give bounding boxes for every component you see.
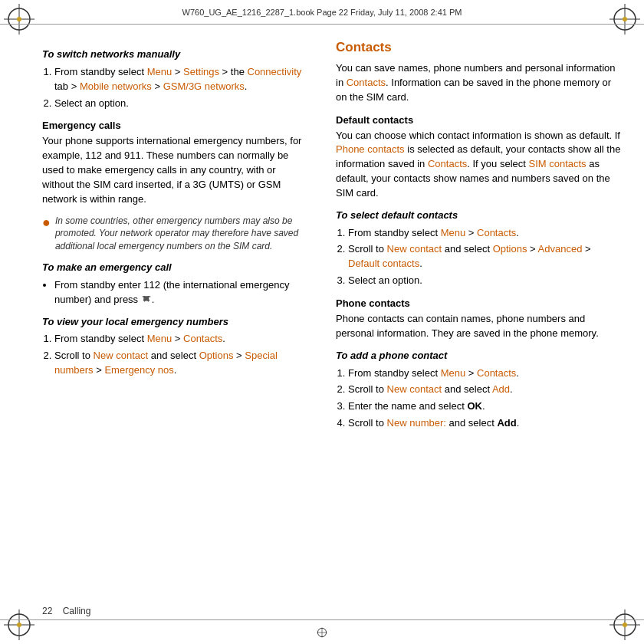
bottom-bar [0,619,644,644]
select-default-contacts-section: To select default contacts From standby … [336,209,625,288]
default-contacts-link: Default contacts [348,258,419,269]
default-contacts-body: You can choose which contact information… [336,129,625,201]
contacts-link-2: Contacts [347,77,386,88]
add-phone-contact-section: To add a phone contact From standby sele… [336,349,625,431]
contacts-link-1: Contacts [183,333,222,344]
select-default-title: To select default contacts [336,209,625,223]
emergency-call-item: From standby enter 112 (the internationa… [54,278,308,307]
main-content: To switch networks manually From standby… [0,25,644,619]
view-local-emergency-section: To view your local emergency numbers Fro… [42,315,308,378]
make-emergency-call-title: To make an emergency call [42,261,308,275]
note-block: ● In some countries, other emergency num… [42,215,308,253]
select-default-step-3: Select an option. [348,274,625,288]
top-bar-text: W760_UG_AE_1216_2287_1.book Page 22 Frid… [38,8,606,17]
switch-networks-steps: From standby select Menu > Settings > th… [54,65,308,111]
new-contact-link-3: New contact [387,383,442,395]
note-icon: ● [42,215,51,232]
view-local-step-1: From standby select Menu > Contacts. [54,332,308,347]
emergency-calls-body: Your phone supports international emerge… [42,134,308,206]
connectivity-link: Connectivity [248,66,302,77]
emergency-calls-section: Emergency calls Your phone supports inte… [42,120,308,206]
options-link-2: Options [493,243,527,255]
call-icon [141,294,152,301]
switch-networks-section: To switch networks manually From standby… [42,48,308,110]
sim-contacts-link: SIM contacts [528,158,586,169]
switch-networks-title: To switch networks manually [42,48,308,62]
menu-link-2: Menu [147,333,172,344]
default-contacts-title: Default contacts [336,114,625,126]
menu-link-4: Menu [441,367,466,379]
make-emergency-call-section: To make an emergency call From standby e… [42,261,308,307]
options-link-1: Options [199,350,234,361]
note-text: In some countries, other emergency numbe… [55,215,308,253]
emergency-calls-title: Emergency calls [42,120,308,131]
gsm-link: GSM/3G networks [163,80,245,92]
phone-contacts-link-1: Phone contacts [336,143,405,155]
add-link-1: Add [492,383,510,395]
new-contact-link-1: New contact [94,350,149,361]
phone-contacts-title: Phone contacts [336,297,625,309]
select-default-step-1: From standby select Menu > Contacts. [348,226,625,241]
menu-link-1: Menu [147,66,172,77]
emergency-nos-link: Emergency nos [104,364,173,376]
contacts-link-3: Contacts [428,158,467,169]
contacts-title: Contacts [336,40,625,55]
new-contact-link-2: New contact [387,243,442,255]
left-column: To switch networks manually From standby… [0,25,322,619]
advanced-link: Advanced [538,243,583,255]
mobile-networks-link: Mobile networks [80,80,152,92]
select-default-steps: From standby select Menu > Contacts. Scr… [348,226,625,288]
settings-link: Settings [183,66,219,77]
emergency-call-list: From standby enter 112 (the internationa… [54,278,308,307]
select-default-step-2: Scroll to New contact and select Options… [348,242,625,271]
contacts-intro: You can save names, phone numbers and pe… [336,61,625,105]
right-column: Contacts You can save names, phone numbe… [322,25,644,619]
default-contacts-section: Default contacts You can choose which co… [336,114,625,201]
contacts-link-5: Contacts [477,367,516,379]
ok-bold: OK [467,400,482,412]
contacts-link-4: Contacts [477,227,516,238]
switch-step-1: From standby select Menu > Settings > th… [54,65,308,94]
menu-link-3: Menu [441,227,466,238]
add-contact-step-3: Enter the name and select OK. [348,399,625,414]
phone-contacts-section: Phone contacts Phone contacts can contai… [336,297,625,341]
view-local-step-2: Scroll to New contact and select Options… [54,349,308,378]
add-bold: Add [497,417,516,429]
add-contact-step-4: Scroll to New number: and select Add. [348,416,625,431]
add-phone-contact-title: To add a phone contact [336,349,625,363]
new-number-link: New number: [387,417,446,429]
view-local-emergency-title: To view your local emergency numbers [42,315,308,330]
switch-step-2: Select an option. [54,97,308,111]
top-bar: W760_UG_AE_1216_2287_1.book Page 22 Frid… [0,0,644,25]
add-contact-step-2: Scroll to New contact and select Add. [348,383,625,397]
phone-contacts-body: Phone contacts can contain names, phone … [336,312,625,341]
add-phone-contact-steps: From standby select Menu > Contacts. Scr… [348,366,625,431]
contacts-section: Contacts You can save names, phone numbe… [336,40,625,105]
view-local-steps: From standby select Menu > Contacts. Scr… [54,332,308,378]
add-contact-step-1: From standby select Menu > Contacts. [348,366,625,381]
